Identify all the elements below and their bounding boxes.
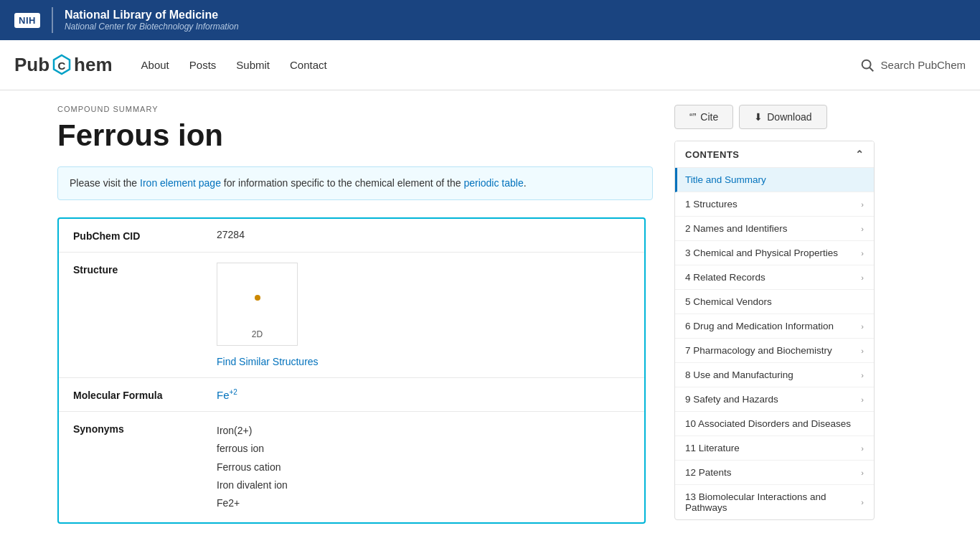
contents-item-label: 1 Structures [685, 199, 738, 209]
download-button[interactable]: ⬇ Download [739, 105, 826, 129]
contents-item-label: 10 Associated Disorders and Diseases [685, 418, 851, 429]
chevron-down-icon: › [861, 468, 864, 477]
structure-row: Structure 2D Find Similar Structures [59, 253, 644, 378]
nih-text: National Library of Medicine National Ce… [65, 9, 239, 32]
contents-use[interactable]: 8 Use and Manufacturing › [675, 363, 874, 387]
contents-item-label: 2 Names and Identifiers [685, 223, 788, 234]
contents-related[interactable]: 4 Related Records › [675, 265, 874, 290]
chevron-down-icon: › [861, 444, 864, 453]
compound-table: PubChem CID 27284 Structure 2D Find Simi… [57, 217, 646, 524]
synonym-3: Ferrous cation [217, 458, 630, 476]
nav-posts[interactable]: Posts [189, 59, 217, 71]
nav-about[interactable]: About [141, 59, 169, 71]
logo-hexagon-icon: C [50, 54, 73, 77]
contents-literature[interactable]: 11 Literature › [675, 436, 874, 461]
synonyms-label: Synonyms [73, 422, 217, 435]
nav-submit[interactable]: Submit [236, 59, 270, 71]
contents-vendors[interactable]: 5 Chemical Vendors [675, 290, 874, 314]
periodic-table-link[interactable]: periodic table [463, 177, 523, 189]
chevron-down-icon: › [861, 395, 864, 404]
chevron-down-icon: › [861, 225, 864, 233]
contents-item-label: 9 Safety and Hazards [685, 394, 778, 405]
search-icon [859, 57, 875, 73]
contents-item-label: 6 Drug and Medication Information [685, 321, 834, 331]
cite-button[interactable]: “” Cite [674, 105, 733, 129]
chevron-down-icon: › [861, 371, 864, 380]
mol-formula-row: Molecular Formula Fe+2 [59, 378, 644, 412]
structure-image [223, 269, 291, 326]
contents-item-label: 8 Use and Manufacturing [685, 369, 793, 380]
sidebar: “” Cite ⬇ Download CONTENTS ⌃ Title and … [674, 90, 886, 545]
chevron-down-icon: › [861, 322, 864, 331]
contents-pharmacology[interactable]: 7 Pharmacology and Biochemistry › [675, 339, 874, 363]
contents-header: CONTENTS ⌃ [675, 141, 874, 168]
synonym-2: ferrous ion [217, 440, 630, 458]
nav-left: Pub C hem About Posts Submit Contact [14, 54, 327, 77]
main-container: COMPOUND SUMMARY Ferrous ion Please visi… [0, 90, 980, 545]
contents-disorders[interactable]: 10 Associated Disorders and Diseases [675, 412, 874, 436]
contents-item-label: 4 Related Records [685, 272, 765, 283]
iron-element-link[interactable]: Iron element page [140, 177, 221, 189]
contents-structures[interactable]: 1 Structures › [675, 192, 874, 217]
sidebar-actions: “” Cite ⬇ Download [674, 105, 875, 129]
nih-org-name: National Library of Medicine [65, 9, 239, 22]
synonyms-value: Iron(2+) ferrous ion Ferrous cation Iron… [217, 422, 630, 512]
search-label: Search PubChem [881, 59, 966, 71]
contents-names[interactable]: 2 Names and Identifiers › [675, 217, 874, 241]
cite-icon: “” [689, 111, 696, 123]
page-title: Ferrous ion [57, 119, 653, 152]
pubchem-logo[interactable]: Pub C hem [14, 54, 113, 77]
mol-formula-value: Fe+2 [217, 388, 630, 401]
contents-biomolecular[interactable]: 13 Biomolecular Interactions and Pathway… [675, 485, 874, 519]
synonyms-row: Synonyms Iron(2+) ferrous ion Ferrous ca… [59, 412, 644, 522]
nih-header: NIH National Library of Medicine Nationa… [0, 0, 980, 40]
info-text-2: for information specific to the chemical… [221, 177, 464, 189]
structure-label: Structure [73, 263, 217, 276]
structure-2d-label: 2D [223, 329, 291, 339]
contents-collapse-icon[interactable]: ⌃ [855, 149, 864, 160]
structure-box: 2D [217, 263, 298, 346]
mol-formula-label: Molecular Formula [73, 388, 217, 401]
contents-patents[interactable]: 12 Patents › [675, 461, 874, 485]
nav-contact[interactable]: Contact [290, 59, 327, 71]
contents-drug[interactable]: 6 Drug and Medication Information › [675, 314, 874, 339]
chevron-down-icon: › [861, 200, 864, 209]
fe-dot [255, 295, 260, 301]
cid-label: PubChem CID [73, 229, 217, 242]
cid-value: 27284 [217, 229, 630, 240]
contents-safety[interactable]: 9 Safety and Hazards › [675, 387, 874, 412]
info-box: Please visit the Iron element page for i… [57, 166, 653, 200]
structure-value: 2D Find Similar Structures [217, 263, 630, 367]
contents-title: CONTENTS [685, 149, 740, 160]
chevron-down-icon: › [861, 273, 864, 282]
chevron-down-icon: › [861, 498, 864, 507]
download-label: Download [767, 111, 811, 123]
cid-row: PubChem CID 27284 [59, 219, 644, 253]
synonym-5: Fe2+ [217, 494, 630, 512]
svg-text:C: C [58, 60, 66, 72]
contents-item-label: 5 Chemical Vendors [685, 296, 772, 307]
synonym-4: Iron divalent ion [217, 476, 630, 494]
contents-item-label: 7 Pharmacology and Biochemistry [685, 345, 832, 356]
cite-label: Cite [700, 111, 718, 123]
find-similar-link[interactable]: Find Similar Structures [217, 356, 630, 367]
nih-logo: NIH [14, 13, 40, 28]
info-text-3: . [524, 177, 527, 189]
logo-hem-text: hem [74, 54, 112, 76]
nav-links: About Posts Submit Contact [141, 59, 327, 71]
download-icon: ⬇ [754, 111, 763, 123]
contents-panel: CONTENTS ⌃ Title and Summary 1 Structure… [674, 141, 875, 520]
chevron-down-icon: › [861, 347, 864, 355]
nih-org-sub: National Center for Biotechnology Inform… [65, 22, 239, 32]
pubchem-nav: Pub C hem About Posts Submit Contact Sea… [0, 40, 980, 90]
synonym-1: Iron(2+) [217, 422, 630, 440]
contents-item-label: 13 Biomolecular Interactions and Pathway… [685, 491, 861, 513]
content-area: COMPOUND SUMMARY Ferrous ion Please visi… [0, 90, 674, 545]
contents-item-label: 12 Patents [685, 467, 732, 478]
contents-chemical[interactable]: 3 Chemical and Physical Properties › [675, 241, 874, 265]
nav-search[interactable]: Search PubChem [859, 57, 966, 73]
nih-divider [52, 7, 53, 33]
logo-pub-text: Pub [14, 54, 50, 76]
svg-point-2 [862, 60, 870, 68]
contents-title-summary[interactable]: Title and Summary [675, 168, 874, 192]
